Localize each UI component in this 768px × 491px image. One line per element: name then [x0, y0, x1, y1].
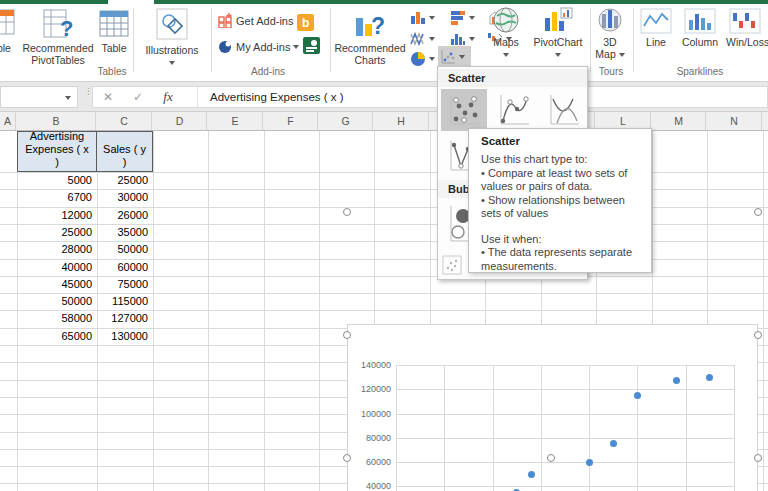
pivottable-button-partial[interactable]: able: [0, 8, 16, 54]
enter-icon[interactable]: ✓: [123, 90, 153, 104]
menu-item-scatter-smooth-markers[interactable]: [491, 89, 537, 131]
tooltip-body: Use this chart type to:• Compare at leas…: [481, 153, 643, 273]
selection-handle[interactable]: [343, 454, 351, 462]
cell-c10[interactable]: 127000: [97, 310, 153, 327]
cell-b6[interactable]: 28000: [17, 241, 97, 258]
people-graph-addin-button[interactable]: [303, 37, 320, 56]
data-point: [706, 374, 713, 381]
bing-addin-button[interactable]: b: [297, 14, 314, 33]
name-box-dropdown-arrow-icon[interactable]: [65, 96, 71, 100]
insert-function-icon[interactable]: fx: [153, 89, 183, 105]
recommended-charts-button[interactable]: ? Recommended Charts: [334, 8, 406, 66]
worksheet[interactable]: ABCDEFGHIJKLMN Advertising Expenses ( x …: [0, 112, 768, 491]
group-separator: [133, 8, 134, 72]
bing-icon: b: [297, 14, 314, 31]
pie-chart-icon: [410, 51, 426, 67]
cell-b11[interactable]: 65000: [17, 328, 97, 345]
selection-handle[interactable]: [547, 454, 555, 462]
sparkline-column-button[interactable]: Column: [678, 8, 722, 48]
menu-item-scatter-smooth[interactable]: [541, 89, 586, 131]
sparkline-winloss-button[interactable]: Win/Loss: [726, 8, 764, 48]
cell-b8[interactable]: 45000: [17, 276, 97, 293]
maps-button[interactable]: Maps: [485, 6, 527, 60]
recommended-charts-icon: ?: [353, 8, 387, 40]
data-point: [673, 377, 680, 384]
cell-c2[interactable]: 25000: [97, 172, 153, 189]
cell-c11[interactable]: 130000: [97, 328, 153, 345]
maps-label: Maps: [485, 36, 527, 48]
sparkline-line-button[interactable]: Line: [637, 8, 675, 48]
bar-chart-icon: [450, 10, 466, 25]
cell-b9[interactable]: 50000: [17, 293, 97, 310]
my-addins-icon: [218, 39, 233, 54]
table-icon: [98, 8, 130, 40]
illustrations-button[interactable]: Illustrations: [142, 8, 202, 68]
column-header-G[interactable]: G: [319, 112, 373, 130]
svg-text:?: ?: [371, 13, 385, 39]
column-header-F[interactable]: F: [264, 112, 318, 130]
cell-c9[interactable]: 115000: [97, 293, 153, 310]
maps-globe-icon: [492, 6, 520, 34]
header-cell-c1[interactable]: Sales ( y ): [96, 131, 153, 172]
dropdown-arrow-icon: [469, 16, 475, 20]
column-header-D[interactable]: D: [153, 112, 207, 130]
insert-pie-chart-button[interactable]: [408, 50, 437, 68]
insert-bar-chart-button[interactable]: [448, 9, 477, 26]
cell-b2[interactable]: 5000: [17, 172, 97, 189]
column-header-B[interactable]: B: [17, 112, 96, 130]
svg-text:?: ?: [60, 16, 73, 40]
data-point: [586, 459, 593, 466]
selection-handle[interactable]: [754, 208, 762, 216]
table-button[interactable]: Table: [94, 8, 134, 54]
3d-map-button[interactable]: 3D Map: [588, 6, 632, 60]
column-header-N[interactable]: N: [707, 112, 762, 130]
column-header-A[interactable]: A: [0, 112, 16, 130]
cell-c3[interactable]: 30000: [97, 189, 153, 206]
insert-scatter-chart-button[interactable]: [438, 46, 471, 68]
scatter-thumbnail-icon: [447, 93, 481, 127]
get-addins-label: Get Add-ins: [236, 15, 293, 27]
my-addins-button[interactable]: My Add-ins: [216, 38, 301, 55]
cancel-icon[interactable]: ✕: [93, 90, 123, 104]
selection-handle[interactable]: [754, 331, 762, 339]
cell-c4[interactable]: 26000: [97, 207, 153, 224]
insert-line-chart-button[interactable]: [408, 30, 437, 47]
sparkline-column-icon: [684, 8, 716, 34]
cell-c5[interactable]: 35000: [97, 224, 153, 241]
more-scatter-charts-item[interactable]: [442, 255, 462, 277]
cell-b3[interactable]: 6700: [17, 189, 97, 206]
ribbon: able ? Recommended PivotTables Table Tab…: [0, 4, 768, 82]
header-cell-b1[interactable]: Advertising Expenses ( x ): [17, 131, 97, 172]
selection-handle[interactable]: [343, 331, 351, 339]
insert-column-chart-button[interactable]: [408, 9, 437, 26]
cell-c6[interactable]: 50000: [97, 241, 153, 258]
pivottable-label: able: [0, 42, 16, 54]
cell-b7[interactable]: 40000: [17, 259, 97, 276]
get-addins-button[interactable]: Get Add-ins: [216, 12, 295, 29]
cell-c8[interactable]: 75000: [97, 276, 153, 293]
menu-item-scatter[interactable]: [441, 89, 487, 131]
scatter-chart-icon: [440, 49, 456, 65]
pivottable-icon: [0, 8, 15, 40]
illustrations-dropdown-arrow-icon: [169, 61, 175, 65]
insert-histogram-chart-button[interactable]: [448, 30, 477, 47]
column-header-H[interactable]: H: [374, 112, 429, 130]
cell-b10[interactable]: 58000: [17, 310, 97, 327]
svg-text:b: b: [302, 16, 309, 30]
3d-map-label-line1: 3D: [603, 36, 616, 48]
formula-input[interactable]: Advertising Expenses ( x ): [198, 91, 344, 103]
more-scatter-charts-icon: [442, 255, 462, 275]
excel-window: able ? Recommended PivotTables Table Tab…: [0, 0, 768, 491]
column-header-M[interactable]: M: [652, 112, 706, 130]
recommended-pivottables-button[interactable]: ? Recommended PivotTables: [18, 8, 98, 66]
name-box[interactable]: [0, 86, 78, 108]
scatter-chart[interactable]: 020000400006000080000100000120000140000 …: [347, 324, 758, 491]
column-header-C[interactable]: C: [97, 112, 152, 130]
selection-handle[interactable]: [754, 454, 762, 462]
cell-c7[interactable]: 60000: [97, 259, 153, 276]
pivotchart-button[interactable]: PivotChart: [528, 6, 588, 60]
selection-handle[interactable]: [343, 208, 351, 216]
column-header-E[interactable]: E: [208, 112, 263, 130]
cell-b4[interactable]: 12000: [17, 207, 97, 224]
cell-b5[interactable]: 25000: [17, 224, 97, 241]
